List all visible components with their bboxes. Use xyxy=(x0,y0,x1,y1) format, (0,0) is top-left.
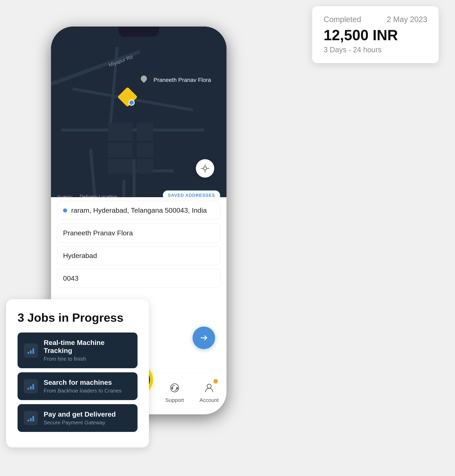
completed-status: Completed xyxy=(324,15,361,24)
svg-rect-25 xyxy=(32,384,34,389)
job-subtitle-payment: Secure Payment Gateway xyxy=(44,419,131,426)
jobs-card-title: 3 Jobs in Progress xyxy=(17,311,138,324)
location-button[interactable] xyxy=(196,159,214,178)
svg-rect-27 xyxy=(30,418,32,421)
jobs-card: 3 Jobs in Progress Real-time Machine Tra… xyxy=(6,299,149,447)
svg-rect-22 xyxy=(32,348,34,354)
job-subtitle-tracking: From hire to finish xyxy=(44,356,131,362)
svg-point-0 xyxy=(203,167,207,170)
map-block xyxy=(108,159,133,173)
job-title-search: Search for machines xyxy=(44,378,131,386)
job-title-payment: Pay and get Delivered xyxy=(44,410,131,418)
svg-rect-26 xyxy=(28,420,29,421)
address-input-4[interactable] xyxy=(63,274,214,282)
map-block xyxy=(137,159,153,173)
map-area: Miyapur Rd Praneeth Pranav Flora Google … xyxy=(51,26,227,202)
address-field-4[interactable] xyxy=(57,269,220,288)
search-machine-icon xyxy=(24,379,38,393)
svg-rect-13 xyxy=(176,387,178,389)
map-pin-gray xyxy=(139,74,148,83)
completed-amount: 12,500 INR xyxy=(324,27,427,43)
job-title-tracking: Real-time Machine Tracking xyxy=(44,339,131,354)
phone-notch xyxy=(118,26,159,37)
svg-rect-24 xyxy=(30,386,32,389)
address-input-1[interactable] xyxy=(71,206,214,214)
arrow-button[interactable] xyxy=(193,327,215,349)
support-icon xyxy=(168,381,182,395)
svg-point-14 xyxy=(207,384,211,388)
address-field-2[interactable] xyxy=(57,223,220,243)
svg-rect-20 xyxy=(28,352,29,354)
address-input-3[interactable] xyxy=(63,252,214,260)
nav-label-support: Support xyxy=(165,397,184,403)
arrow-right-icon xyxy=(199,333,209,343)
payment-icon xyxy=(24,411,38,425)
svg-rect-21 xyxy=(30,351,32,354)
miyapur-label: Miyapur Rd xyxy=(108,54,133,68)
blue-dot xyxy=(63,208,67,213)
job-text-payment: Pay and get Delivered Secure Payment Gat… xyxy=(44,410,131,426)
map-road xyxy=(61,129,204,131)
map-road xyxy=(133,159,136,202)
job-item-payment: Pay and get Delivered Secure Payment Gat… xyxy=(17,404,138,432)
nav-item-support[interactable]: Support xyxy=(165,381,184,403)
job-item-tracking: Real-time Machine Tracking From hire to … xyxy=(17,333,138,368)
address-input-2[interactable] xyxy=(63,229,214,237)
address-field-1[interactable] xyxy=(57,201,220,220)
input-group xyxy=(51,201,227,288)
svg-rect-28 xyxy=(32,416,34,421)
map-block xyxy=(108,123,133,141)
svg-rect-12 xyxy=(171,387,173,389)
map-block xyxy=(137,123,153,141)
account-icon xyxy=(202,381,216,395)
map-pin-yellow xyxy=(118,87,138,107)
map-block xyxy=(108,143,133,157)
job-item-search: Search for machines From Backhoe loaders… xyxy=(17,372,138,400)
map-pin-blue xyxy=(129,100,135,106)
map-block xyxy=(137,143,153,157)
job-subtitle-search: From Backhoe loaders to Cranes xyxy=(44,388,131,394)
nav-label-account: Account xyxy=(200,397,219,403)
address-field-3[interactable] xyxy=(57,246,220,265)
job-text-search: Search for machines From Backhoe loaders… xyxy=(44,378,131,394)
tracking-icon xyxy=(24,343,38,358)
nav-item-account[interactable]: Account xyxy=(200,381,219,403)
completed-duration: 3 Days - 24 hours xyxy=(324,46,427,54)
account-badge xyxy=(213,379,218,384)
map-location-label: Praneeth Pranav Flora xyxy=(150,75,214,84)
completed-date: 2 May 2023 xyxy=(387,15,427,24)
completed-card: Completed 2 May 2023 12,500 INR 3 Days -… xyxy=(312,6,439,63)
job-text-tracking: Real-time Machine Tracking From hire to … xyxy=(44,339,131,362)
svg-rect-23 xyxy=(28,388,29,389)
crosshair-icon xyxy=(201,164,210,173)
